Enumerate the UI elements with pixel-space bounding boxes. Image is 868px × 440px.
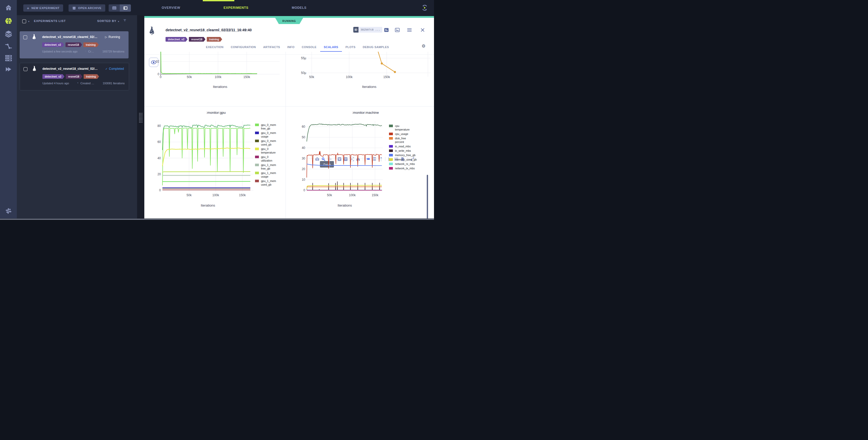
svg-text:50k: 50k bbox=[327, 193, 332, 197]
select-all-caret-icon[interactable]: ▾ bbox=[28, 20, 30, 23]
home-icon[interactable] bbox=[0, 3, 17, 13]
tag-chip: training bbox=[207, 37, 222, 42]
svg-text:150k: 150k bbox=[239, 193, 246, 197]
tag-chip: resnet18 bbox=[65, 42, 82, 47]
legend-label: cpu_usage bbox=[395, 132, 408, 136]
plus-icon: + bbox=[27, 6, 29, 10]
select-all-checkbox[interactable] bbox=[22, 20, 26, 23]
legend-label: network_tx_mbs bbox=[395, 166, 414, 170]
applications-icon[interactable] bbox=[0, 64, 17, 74]
experiment-title: detectnet_v2_resnet18_clearml_02/… bbox=[42, 35, 97, 39]
legend-item[interactable]: network_tx_mbs bbox=[389, 166, 434, 170]
detail-tab-debug-samples[interactable]: DEBUG SAMPLES bbox=[359, 44, 392, 52]
filter-icon[interactable] bbox=[123, 19, 127, 24]
scrollbar-thumb[interactable] bbox=[0, 219, 434, 220]
slack-icon[interactable] bbox=[0, 206, 17, 216]
chart-title: :monitor:machine bbox=[295, 111, 434, 115]
open-archive-button[interactable]: OPEN ARCHIVE bbox=[68, 4, 105, 12]
legend-item[interactable]: io_read_mbs bbox=[389, 145, 434, 148]
svg-text:0: 0 bbox=[303, 188, 305, 192]
close-icon[interactable] bbox=[420, 27, 426, 33]
details-view-icon[interactable] bbox=[120, 4, 131, 12]
x-axis-label: Iterations bbox=[307, 203, 383, 207]
legend-swatch bbox=[255, 172, 259, 174]
detail-tab-plots[interactable]: PLOTS bbox=[342, 44, 359, 52]
main-tab-models[interactable]: MODELS bbox=[292, 6, 307, 9]
workers-queues-icon[interactable] bbox=[0, 53, 17, 63]
legend-label: memory_free_gb bbox=[395, 153, 415, 157]
x-axis-label: Iterations bbox=[161, 85, 280, 89]
id-value: 382b07c8 ... bbox=[359, 27, 382, 33]
legend-swatch bbox=[389, 154, 393, 156]
detail-tab-execution[interactable]: EXECUTION bbox=[202, 44, 227, 52]
legend-item[interactable]: memory_free_gb bbox=[389, 153, 434, 157]
svg-text:30: 30 bbox=[302, 157, 306, 160]
legend-item[interactable]: gpu_0_memfree_gb bbox=[255, 123, 283, 130]
legend-label: gpu_0_memused_gb bbox=[261, 139, 276, 146]
experiment-id-badge[interactable]: ID 382b07c8 ... bbox=[353, 27, 382, 33]
auto-refresh-icon[interactable] bbox=[419, 3, 430, 13]
preview-image-icon[interactable] bbox=[394, 27, 400, 33]
legend-item[interactable]: cputemperature bbox=[389, 124, 434, 131]
legend-item[interactable]: memory_used_gb bbox=[389, 158, 434, 161]
legend-item[interactable]: gpu_1_memfree_gb bbox=[255, 163, 283, 170]
svg-text:0: 0 bbox=[157, 72, 159, 76]
experiments-list-panel: ▾ EXPERIMENTS LIST SORTED BY ▾ detectnet… bbox=[17, 15, 137, 218]
legend-swatch bbox=[389, 125, 393, 127]
x-axis-label: Iterations bbox=[162, 203, 253, 207]
pipelines-icon[interactable] bbox=[0, 41, 17, 52]
legend-item[interactable]: network_rx_mbs bbox=[389, 162, 434, 166]
main-tab-experiments[interactable]: EXPERIMENTS bbox=[223, 6, 248, 9]
row-divider bbox=[144, 106, 434, 106]
tag-chip: resnet18 bbox=[66, 74, 82, 79]
table-view-icon[interactable] bbox=[108, 4, 120, 12]
legend-item[interactable]: gpu_0utilization bbox=[255, 155, 283, 162]
menu-icon[interactable] bbox=[406, 27, 412, 33]
projects-icon[interactable] bbox=[0, 16, 17, 26]
legend-swatch bbox=[255, 156, 259, 158]
legend-label: gpu_0temperature bbox=[261, 147, 276, 154]
experiment-row-completed[interactable]: detectnet_v2_resnet18_clearml_02/… ✓ Com… bbox=[20, 63, 129, 91]
detail-tab-console[interactable]: CONSOLE bbox=[298, 44, 320, 52]
tag-chip: training bbox=[84, 74, 99, 79]
experiment-checkbox[interactable] bbox=[24, 67, 27, 71]
svg-text:100k: 100k bbox=[212, 193, 219, 197]
detail-tab-scalars[interactable]: SCALARS bbox=[320, 44, 342, 52]
legend-item[interactable]: gpu_1_memused_gb bbox=[255, 179, 283, 186]
legend-item[interactable]: gpu_0temperature bbox=[255, 147, 283, 154]
svg-text:02: 02 bbox=[156, 60, 160, 63]
experiment-status: ▷ Running bbox=[105, 35, 120, 39]
panel-splitter[interactable] bbox=[137, 15, 144, 218]
legend-item[interactable]: gpu_0_memusage bbox=[255, 131, 283, 138]
experiment-type-icon bbox=[31, 66, 37, 73]
sorted-by-label[interactable]: SORTED BY bbox=[93, 20, 116, 23]
legend-swatch bbox=[389, 133, 393, 135]
experiment-row-running[interactable]: detectnet_v2_resnet18_clearml_02/… ▷ Run… bbox=[20, 31, 128, 58]
detail-tab-artifacts[interactable]: ARTIFACTS bbox=[259, 44, 283, 52]
legend-swatch bbox=[389, 158, 393, 161]
detail-tab-configuration[interactable]: CONFIGURATION bbox=[227, 44, 259, 52]
legend-swatch bbox=[389, 150, 393, 152]
details-card-icon[interactable] bbox=[383, 27, 390, 33]
legend-item[interactable]: gpu_1_memusage bbox=[255, 171, 283, 178]
legend-item[interactable]: disk_freepercent bbox=[389, 136, 434, 144]
datasets-icon[interactable] bbox=[0, 29, 17, 39]
legend-label: gpu_0_memusage bbox=[261, 131, 276, 138]
legend-label: gpu_1_memused_gb bbox=[261, 179, 276, 186]
legend-label: gpu_1_memusage bbox=[261, 171, 276, 178]
new-experiment-button[interactable]: + NEW EXPERIMENT bbox=[23, 4, 63, 12]
legend-item[interactable]: gpu_0_memused_gb bbox=[255, 139, 283, 146]
legend-label: network_rx_mbs bbox=[395, 162, 415, 166]
settings-gear-icon[interactable]: ⚙ bbox=[422, 43, 426, 49]
main-tab-overview[interactable]: OVERVIEW bbox=[162, 6, 180, 9]
legend-label: disk_freepercent bbox=[395, 136, 406, 144]
experiment-updated: Updated a few seconds ago bbox=[42, 50, 78, 53]
sorted-by-caret-icon[interactable]: ▾ bbox=[118, 20, 119, 23]
svg-text:50k: 50k bbox=[186, 193, 192, 197]
legend-item[interactable]: io_write_mbs bbox=[389, 149, 434, 153]
horizontal-scrollbar[interactable] bbox=[0, 218, 434, 220]
legend-item[interactable]: cpu_usage bbox=[389, 132, 434, 136]
detail-tab-info[interactable]: INFO bbox=[284, 44, 298, 52]
experiment-checkbox[interactable] bbox=[23, 35, 27, 39]
app-sidebar bbox=[0, 0, 17, 220]
